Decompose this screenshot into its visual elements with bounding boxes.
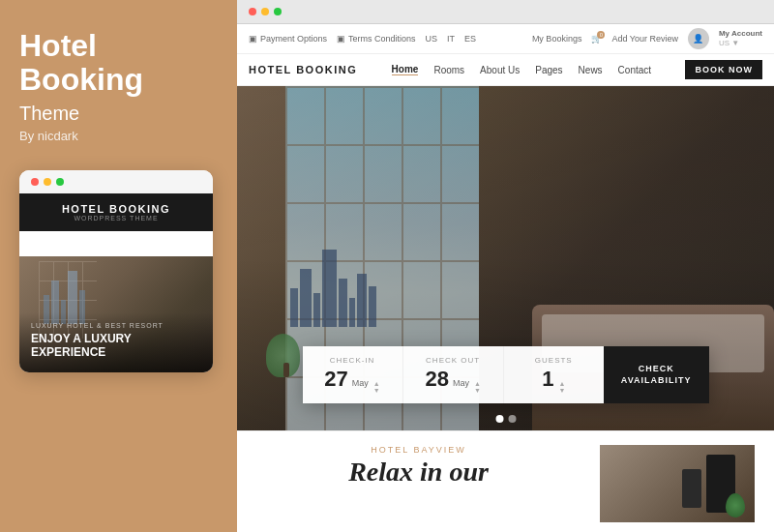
checkin-day: 27 bbox=[324, 369, 347, 390]
site-logo: HOTEL BOOKING bbox=[249, 64, 357, 75]
mobile-enjoy-text: ENJOY A LUXURYEXPERIENCE bbox=[31, 332, 201, 360]
checkin-arrows[interactable]: ▲▼ bbox=[373, 380, 380, 394]
nav-pages[interactable]: Pages bbox=[535, 65, 562, 75]
thumbnail-plant bbox=[726, 493, 745, 517]
building-1 bbox=[290, 288, 298, 327]
booking-bar: CHECK-IN 27 May ▲▼ CHECK OUT 28 May ▲▼ G… bbox=[303, 346, 709, 403]
checkout-arrows[interactable]: ▲▼ bbox=[474, 380, 481, 394]
mobile-hero-image: LUXURY HOTEL & BEST RESORT ENJOY A LUXUR… bbox=[19, 256, 213, 372]
mobile-preview-card: HOTEL BOOKING WORDPRESS THEME ☰ LUXURY H… bbox=[19, 170, 213, 372]
guests-field[interactable]: GUESTS 1 ▲▼ bbox=[504, 346, 604, 403]
checkout-field[interactable]: CHECK OUT 28 May ▲▼ bbox=[403, 346, 504, 403]
building-5 bbox=[339, 279, 347, 327]
checkin-field[interactable]: CHECK-IN 27 May ▲▼ bbox=[303, 346, 403, 403]
building-6 bbox=[349, 298, 355, 327]
terms-link[interactable]: ▣ Terms Conditions bbox=[337, 34, 416, 44]
payment-icon: ▣ bbox=[249, 34, 257, 44]
mobile-chrome bbox=[19, 170, 213, 193]
left-panel: HotelBooking Theme By nicdark HOTEL BOOK… bbox=[0, 0, 237, 532]
payment-options-link[interactable]: ▣ Payment Options bbox=[249, 34, 327, 44]
book-now-button[interactable]: BOOK NOW bbox=[685, 60, 762, 79]
browser-dot-green bbox=[274, 8, 282, 15]
dot-yellow bbox=[44, 178, 51, 186]
nav-about[interactable]: About Us bbox=[480, 65, 520, 75]
checkout-day: 28 bbox=[425, 369, 448, 390]
bottom-room-thumbnail bbox=[600, 445, 755, 522]
lang-us[interactable]: US bbox=[426, 34, 438, 44]
guests-value-wrapper: 1 ▲▼ bbox=[542, 369, 565, 394]
topbar-right: My Bookings 🛒 0 Add Your Review 👤 My Acc… bbox=[532, 28, 762, 49]
checkout-label: CHECK OUT bbox=[426, 356, 480, 365]
cart-icon[interactable]: 🛒 0 bbox=[591, 34, 602, 44]
nav-home[interactable]: Home bbox=[392, 64, 419, 75]
site-topbar: ▣ Payment Options ▣ Terms Conditions US … bbox=[237, 24, 774, 54]
mobile-luxury-text: LUXURY HOTEL & BEST RESORT bbox=[31, 322, 201, 329]
plant-stem bbox=[283, 363, 289, 377]
theme-label: Theme bbox=[19, 103, 79, 125]
my-bookings-link[interactable]: My Bookings bbox=[532, 34, 582, 44]
guests-count: 1 bbox=[542, 369, 553, 390]
nav-contact[interactable]: Contact bbox=[618, 65, 651, 75]
mobile-site-sub: WORDPRESS THEME bbox=[31, 215, 201, 222]
browser-dot-red bbox=[249, 8, 256, 15]
city-skyline bbox=[290, 250, 376, 327]
checkin-label: CHECK-IN bbox=[330, 356, 375, 365]
site-bottom: HOTEL BAYVIEW Relax in our bbox=[237, 430, 774, 532]
avatar-icon: 👤 bbox=[693, 34, 703, 44]
main-title: HotelBooking bbox=[19, 29, 143, 97]
browser-dot-yellow bbox=[261, 8, 269, 15]
lang-es[interactable]: ES bbox=[464, 34, 476, 44]
slider-dot-2[interactable] bbox=[508, 415, 516, 423]
mobile-header: HOTEL BOOKING WORDPRESS THEME bbox=[19, 193, 213, 231]
hero-section: CHECK-IN 27 May ▲▼ CHECK OUT 28 May ▲▼ G… bbox=[237, 86, 774, 430]
slider-dot-1[interactable] bbox=[495, 415, 503, 423]
add-review-link[interactable]: Add Your Review bbox=[611, 34, 678, 44]
cart-badge-count: 0 bbox=[597, 31, 605, 39]
guests-arrows[interactable]: ▲▼ bbox=[558, 380, 565, 394]
checkin-value-wrapper: 27 May ▲▼ bbox=[324, 369, 379, 394]
building-2 bbox=[300, 269, 312, 327]
dot-green bbox=[56, 178, 64, 186]
right-panel: ▣ Payment Options ▣ Terms Conditions US … bbox=[237, 0, 774, 532]
dot-red bbox=[31, 178, 39, 186]
relax-heading: Relax in our bbox=[256, 458, 580, 486]
checkout-value-wrapper: 28 May ▲▼ bbox=[425, 369, 480, 394]
bottom-text-area: HOTEL BAYVIEW Relax in our bbox=[256, 445, 580, 522]
nav-links: Home Rooms About Us Pages News Contact bbox=[392, 64, 651, 75]
check-availability-button[interactable]: CHECKAVAILABILITY bbox=[604, 346, 709, 403]
checkout-month: May bbox=[453, 378, 469, 388]
slider-dots bbox=[495, 415, 516, 423]
user-avatar[interactable]: 👤 bbox=[688, 28, 709, 49]
checkin-month: May bbox=[352, 378, 369, 388]
building-7 bbox=[357, 274, 367, 327]
terms-icon: ▣ bbox=[337, 34, 345, 44]
nav-rooms[interactable]: Rooms bbox=[433, 65, 464, 75]
site-nav: HOTEL BOOKING Home Rooms About Us Pages … bbox=[237, 54, 774, 86]
building-8 bbox=[369, 286, 376, 327]
browser-chrome bbox=[237, 0, 774, 24]
topbar-left: ▣ Payment Options ▣ Terms Conditions US … bbox=[249, 34, 476, 44]
building-3 bbox=[313, 293, 320, 327]
user-account-label[interactable]: My Account US ▼ bbox=[719, 29, 762, 47]
author-label: By nicdark bbox=[19, 129, 78, 143]
nav-news[interactable]: News bbox=[579, 65, 603, 75]
mobile-hamburger-icon[interactable]: ☰ bbox=[19, 231, 213, 256]
mobile-overlay: LUXURY HOTEL & BEST RESORT ENJOY A LUXUR… bbox=[19, 312, 213, 373]
hotel-bayview-label: HOTEL BAYVIEW bbox=[256, 445, 580, 455]
guests-label: GUESTS bbox=[535, 356, 573, 365]
building-4 bbox=[322, 250, 337, 327]
mobile-site-title: HOTEL BOOKING bbox=[31, 203, 201, 215]
lang-it[interactable]: IT bbox=[447, 34, 455, 44]
bottom-content: HOTEL BAYVIEW Relax in our bbox=[256, 445, 755, 522]
